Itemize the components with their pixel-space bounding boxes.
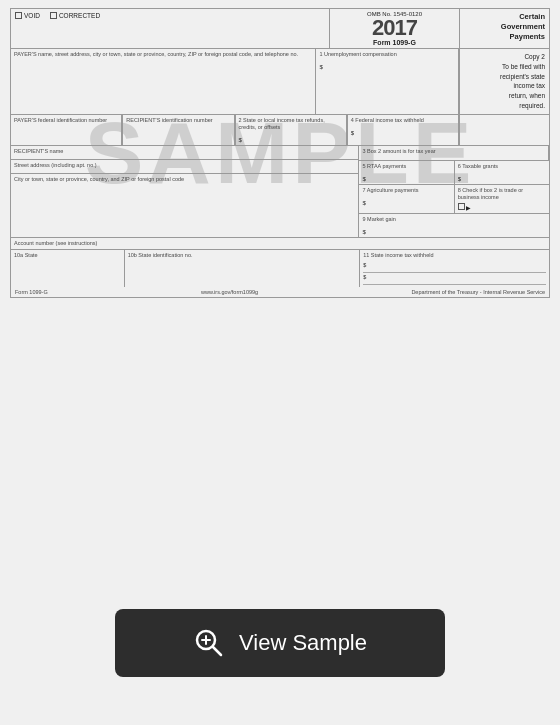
box3-row: 3 Box 2 amount is for tax year (359, 146, 549, 161)
footer-left: Form 1099-G (15, 289, 48, 295)
state-row: 10a State 10b State identification no. 1… (11, 250, 549, 286)
box9-cell: 9 Market gain $ (359, 214, 549, 237)
box7-dollar: $ (362, 200, 450, 206)
box2-label: 2 State or local income tax refunds, cre… (239, 117, 343, 131)
box8-arrow-symbol: ▶ (466, 205, 471, 211)
box6-cell: 6 Taxable grants $ (455, 161, 549, 184)
box1-cell: 1 Unemployment compensation $ (316, 49, 459, 114)
box8-cell: 8 Check if box 2 is trade or business in… (455, 185, 549, 213)
void-label: VOID (24, 12, 40, 19)
copy2-cell: Copy 2 To be filed with recipient's stat… (459, 49, 549, 114)
payer-id-cell: PAYER'S federal identification number (11, 115, 122, 145)
copy2-line3: recipient's state (464, 72, 545, 82)
payer-name-label: PAYER'S name, street address, city or to… (14, 51, 312, 58)
box4-dollar: $ (351, 130, 455, 136)
certain-government-payments: Certain Government Payments (459, 9, 549, 48)
box56-row: 5 RTAA payments $ 6 Taxable grants $ (359, 161, 549, 185)
copy2-line6: required. (464, 101, 545, 111)
footer-right: Department of the Treasury - Internal Re… (411, 289, 545, 295)
box10b-label: 10b State identification no. (128, 252, 357, 259)
box5-cell: 5 RTAA payments $ (359, 161, 454, 184)
payer-id-label: PAYER'S federal identification number (14, 117, 118, 124)
box8-arrow: ▶ (458, 203, 546, 211)
copy2-line1: Copy 2 (464, 52, 545, 62)
payer-name-cell: PAYER'S name, street address, city or to… (11, 49, 316, 114)
recip-id-label: RECIPIENT'S identification number (126, 117, 230, 124)
box4-cell: 4 Federal income tax withheld $ (347, 115, 459, 145)
box11-cell: 11 State income tax withheld $ $ (360, 250, 549, 286)
void-checkbox (15, 12, 22, 19)
right-boxes-area: 3 Box 2 amount is for tax year 5 RTAA pa… (359, 146, 549, 238)
footer-center: www.irs.gov/form1099g (201, 289, 258, 295)
account-label: Account number (see instructions) (14, 240, 546, 247)
city-label: City or town, state or province, country… (14, 176, 355, 183)
box78-row: 7 Agriculture payments $ 8 Check if box … (359, 185, 549, 214)
recip-name-label: RECIPIENT'S name (14, 148, 355, 155)
street-row: Street address (including apt. no.) (11, 160, 358, 174)
box3-cell: 3 Box 2 amount is for tax year (359, 146, 549, 160)
corrected-label: CORRECTED (59, 12, 100, 19)
box5-dollar: $ (362, 176, 450, 182)
year-display: 2017 (334, 17, 455, 39)
box6-dollar: $ (458, 176, 546, 182)
magnify-icon (193, 627, 225, 659)
side-note-cell (459, 115, 549, 145)
box11-line2 (363, 280, 546, 285)
box7-cell: 7 Agriculture payments $ (359, 185, 454, 213)
corrected-checkbox (50, 12, 57, 19)
box2-dollar: $ (239, 137, 343, 143)
box3-label: 3 Box 2 amount is for tax year (362, 148, 545, 155)
view-sample-label: View Sample (239, 630, 367, 656)
box10a-label: 10a State (14, 252, 121, 259)
void-checkbox-label: VOID (15, 12, 40, 19)
recip-id-cell: RECIPIENT'S identification number (122, 115, 234, 145)
box9-label: 9 Market gain (362, 216, 546, 223)
box9-dollar: $ (362, 229, 546, 235)
copy2-line2: To be filed with (464, 62, 545, 72)
recipient-info-area: RECIPIENT'S name Street address (includi… (11, 146, 359, 238)
box10b-cell: 10b State identification no. (125, 250, 361, 286)
box5-label: 5 RTAA payments (362, 163, 450, 170)
box11-label: 11 State income tax withheld (363, 252, 546, 259)
box6-label: 6 Taxable grants (458, 163, 546, 170)
account-row: Account number (see instructions) (11, 238, 549, 250)
copy2-line4: income tax (464, 81, 545, 91)
box1-label: 1 Unemployment compensation (319, 51, 455, 58)
box10a-cell: 10a State (11, 250, 125, 286)
street-label: Street address (including apt. no.) (14, 162, 355, 169)
svg-line-1 (213, 647, 221, 655)
form-number: Form 1099-G (334, 39, 455, 46)
copy2-line5: return, when (464, 91, 545, 101)
view-sample-button[interactable]: View Sample (115, 609, 445, 677)
box7-label: 7 Agriculture payments (362, 187, 450, 194)
box8-label: 8 Check if box 2 is trade or business in… (458, 187, 546, 201)
omb-area: OMB No. 1545-0120 2017 Form 1099-G (329, 9, 459, 48)
box11-line1 (363, 268, 546, 273)
box1-dollar: $ (319, 64, 455, 70)
recip-name-row: RECIPIENT'S name (11, 146, 358, 160)
box4-label: 4 Federal income tax withheld (351, 117, 455, 124)
box2-cell: 2 State or local income tax refunds, cre… (235, 115, 347, 145)
corrected-checkbox-label: CORRECTED (50, 12, 100, 19)
city-row: City or town, state or province, country… (11, 174, 358, 188)
void-corrected-area: VOID CORRECTED (11, 9, 329, 48)
box8-checkbox (458, 203, 465, 210)
form-footer: Form 1099-G www.irs.gov/form1099g Depart… (11, 287, 549, 297)
